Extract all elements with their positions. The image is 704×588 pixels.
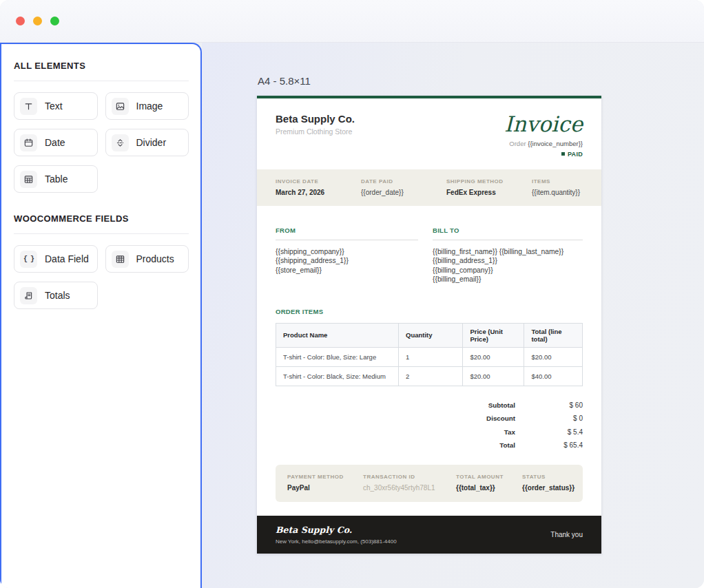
totals-block[interactable]: Subtotal $ 60 Discount $ 0 Tax $ 5.4 T xyxy=(276,401,583,450)
footer-brand: Beta Supply Co. xyxy=(276,525,397,535)
titlebar xyxy=(0,0,704,43)
meta-items: ITEMS {{item.quantity}} xyxy=(532,178,583,196)
meta-shipping-method: SHIPPING METHOD FedEx Express xyxy=(446,178,532,196)
paid-status-badge: PAID xyxy=(504,151,583,158)
paid-square-icon xyxy=(561,152,565,156)
products-icon xyxy=(112,251,129,268)
bill-to-underline xyxy=(433,240,583,240)
order-prefix: Order xyxy=(509,140,526,147)
element-label: Products xyxy=(136,253,174,264)
element-label: Table xyxy=(45,174,68,185)
order-items-heading: ORDER ITEMS xyxy=(276,308,583,315)
from-lines: {{shipping_company}} {{shipping_address_… xyxy=(276,247,418,275)
column-header: Quantity xyxy=(399,323,463,347)
brand-name: Beta Supply Co. xyxy=(276,113,355,125)
content-area: ALL ELEMENTS Text Image xyxy=(0,43,704,588)
section-divider xyxy=(14,233,189,234)
element-label: Text xyxy=(45,101,63,112)
element-label: Image xyxy=(136,101,163,112)
footer-left: Beta Supply Co. New York, hello@betasupp… xyxy=(276,525,397,545)
image-icon xyxy=(112,98,129,115)
invoice-meta-bar[interactable]: INVOICE DATE March 27, 2026 DATE PAID {{… xyxy=(257,169,601,206)
invoice-body: FROM {{shipping_company}} {{shipping_add… xyxy=(257,206,601,503)
bill-to-heading: BILL TO xyxy=(433,227,583,234)
invoice-footer-block[interactable]: Beta Supply Co. New York, hello@betasupp… xyxy=(257,516,601,554)
element-label: Totals xyxy=(45,290,70,301)
column-header: Total (line total) xyxy=(524,323,583,347)
element-button-text[interactable]: Text xyxy=(14,92,98,120)
from-underline xyxy=(276,240,418,240)
all-elements-grid: Text Image Date xyxy=(14,92,189,193)
all-elements-heading: ALL ELEMENTS xyxy=(14,61,189,71)
close-window-icon[interactable] xyxy=(16,17,25,25)
addresses-block[interactable]: FROM {{shipping_company}} {{shipping_add… xyxy=(276,206,583,284)
section-divider xyxy=(14,81,189,81)
column-header: Product Name xyxy=(276,323,399,347)
column-header: Price (Unit Price) xyxy=(463,323,524,347)
invoice-title: Invoice xyxy=(504,113,583,136)
payment-info-bar[interactable]: PAYMENT METHOD PayPal TRANSACTION ID ch_… xyxy=(276,465,583,502)
from-heading: FROM xyxy=(276,227,418,234)
payment-method-col: PAYMENT METHOD PayPal xyxy=(287,474,363,492)
table-icon xyxy=(20,171,37,188)
element-button-totals[interactable]: Totals xyxy=(14,282,98,309)
totals-icon xyxy=(20,287,37,304)
element-button-image[interactable]: Image xyxy=(105,92,189,120)
divider-icon xyxy=(112,134,129,151)
bill-to-lines: {{billing_first_name}} {{billing_last_na… xyxy=(433,247,583,284)
woocommerce-fields-heading: WOOCOMMERCE FIELDS xyxy=(14,213,189,224)
invoice-title-block: Invoice Order {{invoice_number}} PAID xyxy=(504,113,583,158)
element-button-products[interactable]: Products xyxy=(105,245,189,273)
meta-date-paid: DATE PAID {{order_date}} xyxy=(361,178,446,196)
invoice-header-block[interactable]: Beta Supply Co. Premium Clothing Store I… xyxy=(257,98,601,169)
totals-row-tax: Tax $ 5.4 xyxy=(276,428,583,436)
element-button-data-field[interactable]: { } Data Field xyxy=(14,245,98,273)
woocommerce-fields-grid: { } Data Field Products Totals xyxy=(14,245,189,309)
table-row: T-shirt - Color: Blue, Size: Large 1 $20… xyxy=(276,347,583,366)
brand-tagline: Premium Clothing Store xyxy=(276,127,355,136)
zoom-window-icon[interactable] xyxy=(50,17,59,25)
table-row: T-shirt - Color: Black, Size: Medium 2 $… xyxy=(276,366,583,386)
totals-row-total: Total $ 65.4 xyxy=(276,441,583,449)
element-label: Data Field xyxy=(45,253,89,264)
totals-row-discount: Discount $ 0 xyxy=(276,414,583,422)
status-col: STATUS {{order_status}} xyxy=(522,474,574,492)
order-items-block[interactable]: ORDER ITEMS Product Name Quantity Price … xyxy=(276,308,583,386)
element-button-table[interactable]: Table xyxy=(14,165,98,193)
minimize-window-icon[interactable] xyxy=(33,17,42,25)
element-button-divider[interactable]: Divider xyxy=(105,129,189,156)
table-header-row: Product Name Quantity Price (Unit Price)… xyxy=(276,323,583,347)
footer-thank-you: Thank you xyxy=(550,531,583,538)
preview-canvas: A4 - 5.8×11 Beta Supply Co. Premium Clot… xyxy=(202,43,704,588)
data-field-icon: { } xyxy=(20,251,37,268)
footer-contact: New York, hello@betasupply.com, (503)881… xyxy=(276,538,397,545)
order-items-table: Product Name Quantity Price (Unit Price)… xyxy=(276,323,583,386)
element-label: Divider xyxy=(136,137,167,148)
meta-invoice-date: INVOICE DATE March 27, 2026 xyxy=(276,178,361,196)
total-amount-col: TOTAL AMOUNT {{total_tax}} xyxy=(456,474,522,492)
brand-block: Beta Supply Co. Premium Clothing Store xyxy=(276,113,355,158)
bill-to-column: BILL TO {{billing_first_name}} {{billing… xyxy=(433,227,583,284)
transaction-id-col: TRANSACTION ID ch_30xr56ty45rtyh78L1 xyxy=(363,474,456,492)
element-button-date[interactable]: Date xyxy=(14,129,98,156)
app-window: ALL ELEMENTS Text Image xyxy=(0,0,704,588)
invoice-paper[interactable]: Beta Supply Co. Premium Clothing Store I… xyxy=(257,96,601,554)
order-number-line: Order {{invoice_number}} xyxy=(504,140,583,147)
page-size-label: A4 - 5.8×11 xyxy=(258,75,704,87)
text-icon xyxy=(20,98,37,115)
date-icon xyxy=(20,134,37,151)
invoice-number-placeholder: {{invoice_number}} xyxy=(528,140,583,147)
element-label: Date xyxy=(45,137,65,148)
from-column: FROM {{shipping_company}} {{shipping_add… xyxy=(276,227,418,284)
elements-sidebar: ALL ELEMENTS Text Image xyxy=(0,43,202,588)
totals-row-subtotal: Subtotal $ 60 xyxy=(276,401,583,409)
